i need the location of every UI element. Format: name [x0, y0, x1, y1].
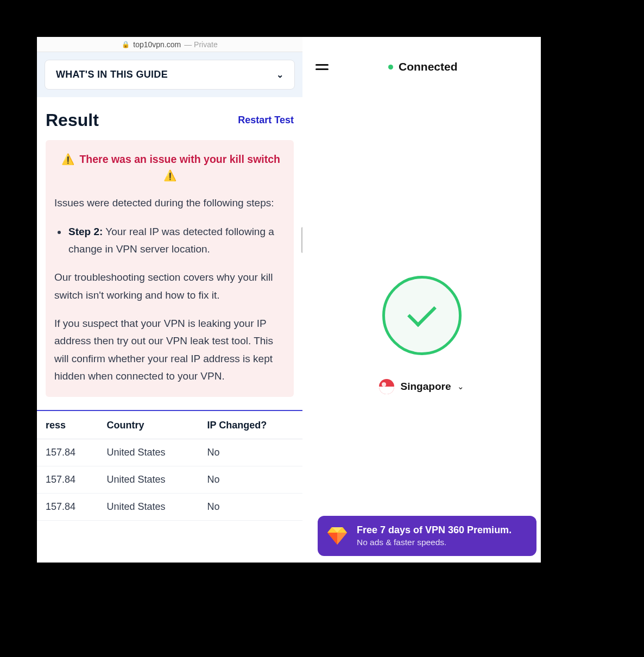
alert-title-text: There was an issue with your kill switch — [79, 153, 280, 165]
chevron-down-icon: ⌄ — [276, 70, 283, 80]
col-changed: IP Changed? — [201, 411, 302, 439]
connection-status: Connected — [388, 60, 458, 73]
promo-text: Free 7 days of VPN 360 Premium. No ads &… — [357, 525, 512, 547]
cell-ip: 157.84 — [37, 494, 100, 521]
flag-icon — [379, 379, 394, 394]
connection-indicator: Singapore ⌄ — [302, 276, 541, 394]
table-row: 157.84 United States No — [37, 466, 302, 494]
guide-strip: WHAT'S IN THIS GUIDE ⌄ — [37, 52, 302, 97]
alert-para-2: Our troubleshooting section covers why y… — [54, 269, 285, 304]
hamburger-icon[interactable] — [315, 64, 329, 70]
premium-promo-banner[interactable]: Free 7 days of VPN 360 Premium. No ads &… — [318, 516, 536, 556]
result-header: Result Restart Test — [37, 97, 302, 140]
address-bar: 🔒 top10vpn.com — Private — [37, 37, 302, 52]
svg-marker-5 — [337, 533, 347, 545]
chevron-down-icon: ⌄ — [457, 382, 464, 391]
cell-ip: 157.84 — [37, 439, 100, 466]
alert-box: ⚠️ There was an issue with your kill swi… — [46, 140, 294, 397]
cell-changed: No — [201, 439, 302, 466]
promo-subtitle: No ads & faster speeds. — [357, 538, 512, 547]
alert-steps-list: Step 2: Your real IP was detected follow… — [67, 223, 285, 258]
location-name: Singapore — [401, 381, 451, 393]
col-ip-partial: ress — [37, 411, 100, 439]
address-private-label: — Private — [184, 40, 217, 49]
step-label: Step 2: — [68, 226, 103, 237]
cell-changed: No — [201, 466, 302, 494]
table-row: 157.84 United States No — [37, 439, 302, 466]
cell-ip: 157.84 — [37, 466, 100, 494]
results-table: ress Country IP Changed? 157.84 United S… — [37, 411, 302, 521]
results-table-wrap: ress Country IP Changed? 157.84 United S… — [37, 410, 302, 521]
alert-step-item: Step 2: Your real IP was detected follow… — [67, 223, 285, 258]
warning-icon: ⚠️ — [61, 151, 74, 167]
table-row: 157.84 United States No — [37, 494, 302, 521]
app-header: Connected — [302, 37, 541, 97]
restart-test-link[interactable]: Restart Test — [238, 115, 294, 126]
check-icon — [407, 298, 437, 327]
cell-country: United States — [100, 494, 200, 521]
result-heading: Result — [46, 110, 99, 130]
vpn-app-panel: Connected Singapore ⌄ — [302, 37, 541, 563]
guide-dropdown[interactable]: WHAT'S IN THIS GUIDE ⌄ — [45, 60, 295, 90]
location-selector[interactable]: Singapore ⌄ — [379, 379, 465, 394]
svg-marker-4 — [327, 533, 337, 545]
alert-intro: Issues were detected during the followin… — [54, 194, 285, 212]
gem-icon — [327, 527, 347, 545]
col-country: Country — [100, 411, 200, 439]
guide-title: WHAT'S IN THIS GUIDE — [56, 69, 168, 80]
cell-changed: No — [201, 494, 302, 521]
promo-title: Free 7 days of VPN 360 Premium. — [357, 525, 512, 536]
alert-title: ⚠️ There was an issue with your kill swi… — [54, 151, 285, 184]
warning-icon: ⚠️ — [163, 167, 176, 184]
cell-country: United States — [100, 439, 200, 466]
status-text: Connected — [399, 60, 458, 73]
address-domain: top10vpn.com — [133, 40, 181, 49]
alert-para-3: If you suspect that your VPN is leaking … — [54, 315, 285, 385]
status-dot-icon — [388, 65, 393, 70]
lock-icon: 🔒 — [122, 41, 130, 48]
cell-country: United States — [100, 466, 200, 494]
connected-circle[interactable] — [382, 276, 462, 355]
browser-panel: 🔒 top10vpn.com — Private WHAT'S IN THIS … — [37, 37, 302, 563]
